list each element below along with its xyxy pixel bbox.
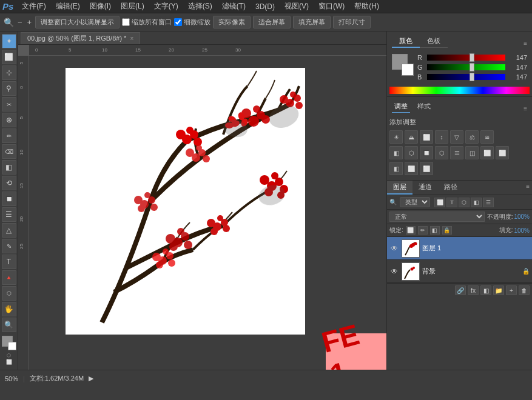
vibrance-icon[interactable]: ▽ (450, 130, 463, 144)
fill-screen-button[interactable]: 填充屏幕 (293, 16, 331, 28)
brush-tool[interactable]: ⌫ (2, 144, 16, 159)
brightness-contrast-icon[interactable]: ☀ (389, 130, 403, 144)
background-swatch[interactable] (402, 64, 414, 76)
adjust-panel-menu[interactable]: ≡ (524, 105, 527, 112)
add-mask-button[interactable]: ◧ (480, 285, 491, 295)
levels-icon[interactable]: ⛰ (405, 130, 418, 144)
zoom-tool[interactable]: 🔍 (2, 318, 16, 332)
gradient-map-icon[interactable]: ⬜ (496, 146, 509, 159)
eraser-tool[interactable]: 🔲 (2, 192, 16, 206)
selective-color-icon[interactable]: ◧ (389, 162, 403, 175)
path-select-tool[interactable]: 🔺 (2, 270, 16, 285)
marquee-tool[interactable]: ⬜ (2, 50, 16, 64)
menu-item-filter[interactable]: 滤镜(T) (217, 0, 251, 13)
dodge-tool[interactable]: △ (2, 223, 16, 238)
shadows-icon[interactable]: ⬜ (405, 162, 418, 175)
layer-item-1[interactable]: 👁 背景 🔒 (387, 260, 532, 283)
new-group-button[interactable]: 📁 (493, 285, 504, 295)
layer-visibility-0[interactable]: 👁 (389, 244, 399, 253)
menu-item-file[interactable]: 文件(F) (17, 0, 50, 13)
clone-tool[interactable]: ◧ (2, 160, 16, 175)
quick-mask-button[interactable]: ⬡ (7, 353, 11, 358)
color-panel-menu[interactable]: ≡ (524, 40, 527, 47)
layer-item-0[interactable]: 👁 图层 1 (387, 237, 532, 260)
screen-mode-button[interactable]: ⬜ (6, 359, 12, 365)
new-layer-button[interactable]: + (506, 285, 517, 295)
document-tab[interactable]: 00.jpg @ 50% (图层 1, RGB/8#) * × (21, 32, 140, 44)
text-tool[interactable]: T (2, 255, 16, 269)
fill-value[interactable]: 100% (514, 227, 530, 234)
menu-item-text[interactable]: 文字(Y) (149, 0, 183, 13)
menu-item-help[interactable]: 帮助(H) (349, 0, 384, 13)
green-slider[interactable] (427, 64, 505, 70)
lock-all-icon[interactable]: 🔒 (442, 226, 452, 235)
fit-screen-button[interactable]: 适合屏幕 (253, 16, 291, 28)
info-arrow-icon[interactable]: ▶ (89, 375, 93, 382)
foreground-background-colors[interactable] (2, 336, 16, 350)
bw-icon[interactable]: ◧ (389, 146, 403, 159)
smart-filter-icon[interactable]: ☰ (483, 198, 494, 207)
red-slider[interactable] (427, 55, 505, 61)
posterize-icon[interactable]: ◫ (465, 146, 479, 159)
print-size-button[interactable]: 打印尺寸 (333, 16, 371, 28)
hsl-icon[interactable]: ⚖ (465, 130, 479, 144)
scrubby-zoom-input[interactable] (174, 18, 182, 26)
lasso-tool[interactable]: ⊹ (2, 65, 16, 80)
photo-filter-icon[interactable]: ⬡ (405, 146, 418, 159)
menu-item-edit[interactable]: 编辑(E) (51, 0, 85, 13)
tab-channels[interactable]: 通道 (412, 181, 438, 195)
menu-item-3d[interactable]: 3D(D) (251, 1, 280, 12)
menu-item-select[interactable]: 选择(S) (183, 0, 217, 13)
tab-paths[interactable]: 路径 (438, 181, 463, 195)
zoom-out-icon[interactable]: − (16, 18, 24, 27)
tab-layers[interactable]: 图层 (387, 181, 412, 195)
extra-icon[interactable]: ⬜ (420, 162, 433, 175)
layers-panel-menu[interactable]: ≡ (524, 181, 532, 195)
pixel-filter-icon[interactable]: ⬜ (434, 198, 445, 207)
layer-type-filter[interactable]: 类型 (400, 197, 430, 207)
zoom-all-windows-checkbox[interactable]: 缩放所有窗口 (122, 18, 172, 27)
fit-window-button[interactable]: 调整窗口大小以满屏显示 (35, 16, 120, 28)
crop-tool[interactable]: ✂ (2, 97, 16, 112)
healing-tool[interactable]: ✏ (2, 128, 16, 143)
pen-tool[interactable]: ✎ (2, 239, 16, 253)
zoom-in-icon[interactable]: + (26, 18, 33, 27)
invert-icon[interactable]: ☰ (450, 146, 463, 159)
threshold-icon[interactable]: ⬜ (480, 146, 494, 159)
blend-mode-select[interactable]: 正常 (389, 212, 485, 222)
shape-tool[interactable]: ⬡ (2, 286, 16, 301)
channel-mixer-icon[interactable]: 🔲 (420, 146, 433, 159)
text-filter-icon[interactable]: ⬡ (459, 198, 470, 207)
add-style-button[interactable]: fx (468, 285, 479, 295)
history-tool[interactable]: ⟲ (2, 176, 16, 190)
color-lookup-icon[interactable]: ⬡ (435, 146, 448, 159)
delete-layer-button[interactable]: 🗑 (519, 285, 530, 295)
blue-slider[interactable] (427, 74, 505, 80)
actual-pixels-button[interactable]: 实际像素 (213, 16, 251, 28)
menu-item-view[interactable]: 视图(V) (280, 0, 314, 13)
menu-item-window[interactable]: 窗口(W) (314, 0, 349, 13)
exposure-icon[interactable]: ↕ (435, 130, 448, 144)
zoom-all-windows-input[interactable] (122, 18, 130, 26)
tab-swatches[interactable]: 色板 (420, 35, 448, 48)
curves-icon[interactable]: ⬜ (420, 130, 433, 144)
color-spectrum-bar[interactable] (389, 87, 530, 94)
lock-position-icon[interactable]: ✏ (418, 226, 428, 235)
opacity-value[interactable]: 100% (514, 213, 530, 220)
fg-bg-swatches[interactable] (392, 54, 414, 76)
lock-transparency-icon[interactable]: ◧ (430, 226, 440, 235)
move-tool[interactable]: ✦ (2, 34, 16, 48)
adjust-filter-icon[interactable]: T (446, 198, 457, 207)
tab-styles[interactable]: 样式 (415, 101, 433, 113)
tab-color[interactable]: 颜色 (392, 35, 420, 48)
background-color-swatch[interactable] (8, 342, 16, 350)
hand-tool[interactable]: 🖐 (2, 302, 16, 316)
scrubby-zoom-checkbox[interactable]: 细微缩放 (174, 18, 210, 27)
magic-wand-tool[interactable]: ⚲ (2, 81, 16, 96)
tab-adjustments[interactable]: 调整 (392, 101, 410, 113)
lock-pixels-icon[interactable]: ⬜ (406, 226, 416, 235)
menu-item-layer[interactable]: 图层(L) (116, 0, 149, 13)
gradient-tool[interactable]: ☰ (2, 207, 16, 222)
menu-item-image[interactable]: 图像(I) (85, 0, 116, 13)
tab-close-button[interactable]: × (130, 35, 133, 42)
